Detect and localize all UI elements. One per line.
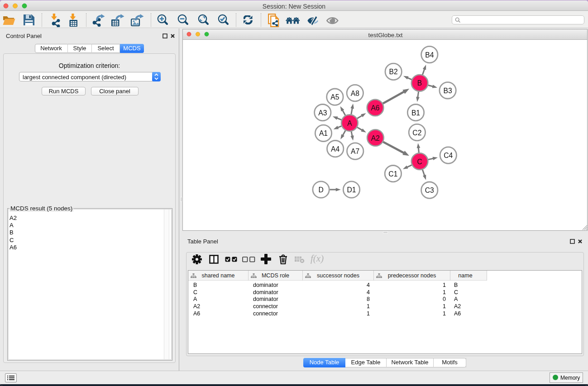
svg-text:A1: A1	[319, 129, 328, 137]
svg-text:C1: C1	[388, 170, 397, 178]
svg-text:B4: B4	[425, 51, 434, 59]
svg-text:A3: A3	[318, 109, 327, 117]
svg-text:D: D	[318, 186, 323, 194]
svg-text:B: B	[417, 79, 422, 87]
svg-text:A4: A4	[331, 145, 339, 153]
svg-text:C2: C2	[412, 129, 421, 137]
svg-text:A: A	[347, 119, 352, 127]
svg-text:A2: A2	[371, 134, 380, 142]
svg-text:C: C	[417, 158, 422, 166]
svg-text:B1: B1	[411, 109, 420, 117]
svg-text:B2: B2	[389, 68, 398, 76]
svg-text:A8: A8	[351, 90, 359, 97]
svg-text:C4: C4	[444, 152, 453, 159]
svg-text:B3: B3	[443, 87, 452, 95]
svg-text:A6: A6	[371, 104, 379, 112]
svg-text:A5: A5	[330, 93, 339, 101]
svg-text:C3: C3	[425, 186, 434, 194]
svg-text:A7: A7	[351, 148, 359, 155]
svg-text:D1: D1	[347, 186, 356, 194]
